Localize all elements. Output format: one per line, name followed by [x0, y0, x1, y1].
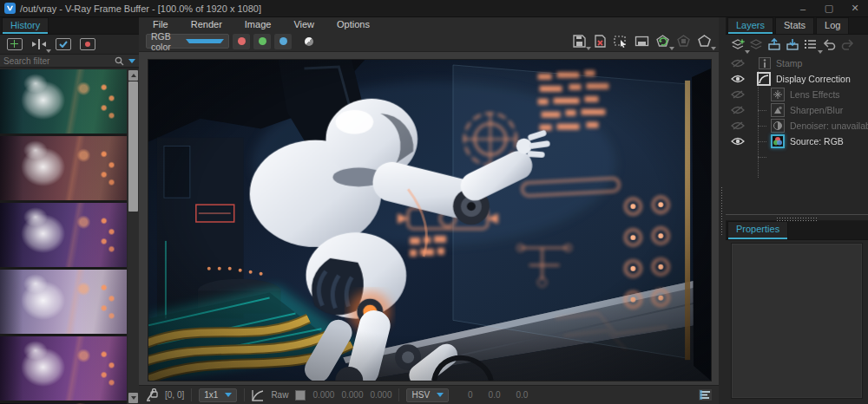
history-toolbar — [0, 35, 139, 54]
blue-channel-button[interactable] — [274, 34, 292, 49]
properties-content — [731, 243, 863, 399]
hsv-s: 0.0 — [489, 390, 501, 400]
search-filter-dropdown-icon[interactable] — [128, 59, 135, 63]
raw-b: 0.000 — [370, 390, 391, 400]
scrollbar-thumb[interactable] — [128, 81, 138, 212]
right-panel: Layers Stats Log — [726, 17, 868, 404]
tab-history[interactable]: History — [2, 17, 49, 34]
visibility-off-icon[interactable] — [731, 59, 745, 68]
color-space-dropdown[interactable]: HSV — [406, 388, 449, 402]
viewport[interactable] — [139, 52, 719, 385]
delete-layer-icon — [749, 38, 764, 51]
raw-g: 0.000 — [341, 390, 363, 400]
layer-row-source-rgb[interactable]: Source: RGB — [726, 134, 868, 149]
vray-logo-icon — [4, 3, 16, 14]
horizontal-splitter[interactable] — [726, 214, 868, 221]
status-bar: [0, 0] 1x1 Raw 0.000 0.000 0.000 HSV 0 0… — [139, 385, 719, 404]
layer-row-display-correction[interactable]: Display Correction — [726, 71, 868, 87]
pixel-coords: [0, 0] — [165, 390, 184, 400]
hsv-v: 0.0 — [516, 390, 529, 400]
close-button[interactable]: ✕ — [842, 0, 868, 17]
layer-label: Display Correction — [776, 74, 851, 84]
source-rgb-layer-icon — [771, 134, 785, 148]
tab-properties[interactable]: Properties — [727, 221, 788, 239]
layer-options-icon[interactable] — [804, 38, 819, 51]
maximize-button[interactable]: ▢ — [816, 0, 842, 17]
scroll-up-button[interactable] — [128, 70, 138, 81]
zoom-value: 1x1 — [204, 390, 218, 400]
red-channel-button[interactable] — [233, 34, 250, 49]
menu-file[interactable]: File — [153, 19, 168, 29]
set-b-icon[interactable] — [80, 38, 95, 50]
undo-icon[interactable] — [822, 38, 837, 51]
tone-curve-icon[interactable] — [252, 389, 264, 401]
menu-view[interactable]: View — [293, 19, 314, 29]
layer-row-stamp[interactable]: Stamp — [726, 55, 868, 71]
layer-row-denoiser[interactable]: Denoiser: unavailable — [726, 118, 868, 134]
layer-label: Sharpen/Blur — [790, 105, 843, 115]
window-title: /out/vray - V-Ray Frame Buffer - [100.0%… — [20, 3, 261, 14]
menu-options[interactable]: Options — [337, 19, 370, 29]
load-layers-icon[interactable] — [767, 38, 782, 51]
history-thumbnail[interactable] — [0, 270, 127, 334]
stop-render-icon — [676, 35, 691, 48]
history-thumbnail[interactable] — [0, 203, 127, 267]
vertical-splitter[interactable] — [719, 17, 726, 404]
chevron-down-icon — [225, 393, 232, 397]
search-input[interactable] — [3, 56, 115, 66]
layers-toolbar — [726, 35, 868, 54]
history-thumbnail-list — [0, 69, 127, 404]
history-thumbnail[interactable] — [0, 69, 127, 134]
chevron-down-icon — [437, 393, 444, 397]
menu-image[interactable]: Image — [245, 19, 272, 29]
render-last-icon[interactable] — [655, 35, 670, 48]
visibility-on-icon[interactable] — [731, 137, 745, 146]
raw-r: 0.000 — [312, 390, 334, 400]
chevron-down-icon — [186, 39, 224, 43]
visibility-off-icon[interactable] — [731, 106, 745, 114]
channel-selector-value: RGB color — [151, 31, 182, 52]
clear-image-icon[interactable] — [593, 35, 608, 48]
color-space-value: HSV — [411, 390, 430, 400]
save-image-icon[interactable] — [572, 35, 587, 48]
history-scrollbar[interactable] — [128, 69, 139, 404]
set-a-icon[interactable] — [56, 38, 71, 50]
duplicate-to-host-icon[interactable] — [635, 35, 649, 48]
compare-ab-icon[interactable] — [31, 38, 47, 50]
pixel-probe-lock-icon[interactable] — [146, 388, 158, 401]
scroll-down-button[interactable] — [128, 393, 138, 403]
sharpen-blur-layer-icon — [771, 103, 785, 117]
add-layer-icon[interactable] — [731, 38, 746, 51]
save-layers-icon[interactable] — [786, 38, 800, 51]
render-icon[interactable] — [697, 35, 712, 48]
title-bar: /out/vray - V-Ray Frame Buffer - [100.0%… — [0, 0, 868, 17]
lens-effects-layer-icon — [771, 88, 785, 101]
tab-layers[interactable]: Layers — [727, 17, 773, 34]
render-image[interactable] — [148, 59, 712, 381]
save-to-history-icon[interactable] — [7, 38, 23, 50]
stamp-layer-icon — [759, 57, 771, 69]
channel-selector-dropdown[interactable]: RGB color — [146, 34, 229, 49]
stamp-toggle-icon[interactable] — [699, 389, 712, 401]
zoom-dropdown[interactable]: 1x1 — [199, 388, 237, 402]
history-thumbnail[interactable] — [0, 336, 127, 401]
minimize-button[interactable]: – — [790, 0, 816, 17]
layer-row-sharpen-blur[interactable]: Sharpen/Blur — [726, 102, 868, 118]
layers-list: Stamp Display Correction Lens Effects — [726, 55, 868, 214]
history-tabstrip: History — [0, 17, 139, 35]
layer-row-lens-effects[interactable]: Lens Effects — [726, 87, 868, 102]
denoiser-layer-icon — [771, 119, 785, 133]
visibility-on-icon[interactable] — [731, 75, 745, 83]
history-thumbnail[interactable] — [0, 136, 127, 200]
menu-render[interactable]: Render — [191, 19, 222, 29]
tab-stats[interactable]: Stats — [775, 17, 814, 34]
tab-log[interactable]: Log — [816, 17, 849, 34]
mono-channel-button[interactable] — [300, 34, 318, 49]
layer-label: Stamp — [776, 58, 802, 68]
green-channel-button[interactable] — [253, 34, 271, 49]
layer-label: Lens Effects — [790, 89, 840, 100]
visibility-off-icon[interactable] — [731, 90, 745, 99]
visibility-off-icon[interactable] — [731, 121, 745, 130]
region-render-icon[interactable] — [614, 35, 628, 48]
viewer-toolbar: RGB color — [139, 31, 719, 52]
